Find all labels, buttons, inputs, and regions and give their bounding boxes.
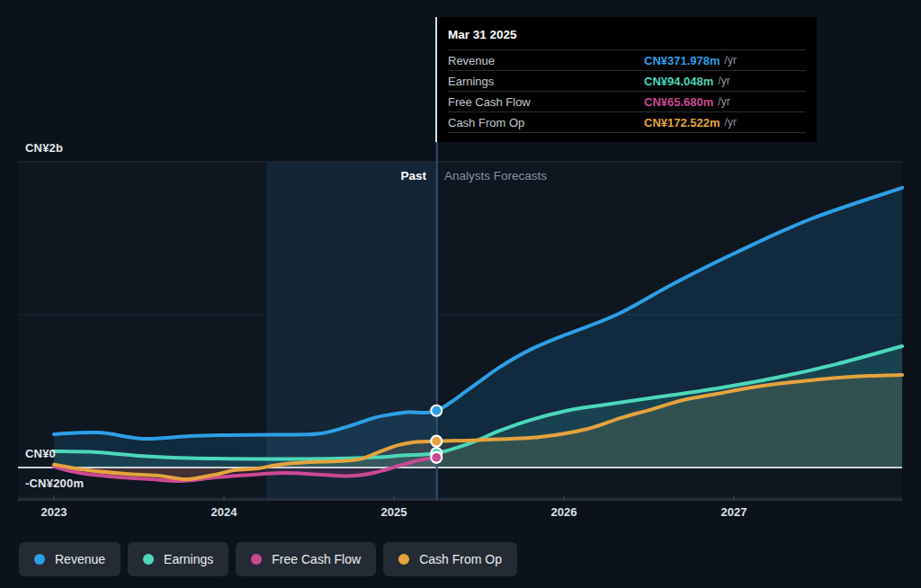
tooltip-unit: /yr [718, 95, 729, 108]
legend-label: Revenue [55, 552, 105, 566]
tooltip-unit: /yr [725, 54, 737, 67]
legend-item-free-cash-flow[interactable]: Free Cash Flow [236, 542, 376, 576]
tooltip-unit: /yr [718, 75, 729, 87]
legend-label: Cash From Op [419, 552, 502, 566]
legend: Revenue Earnings Free Cash Flow Cash Fro… [19, 542, 517, 576]
forecast-period-label: Analysts Forecasts [444, 169, 547, 183]
legend-label: Earnings [164, 552, 213, 566]
tooltip-unit: /yr [725, 116, 737, 129]
marker-cash_from_op[interactable] [431, 436, 442, 447]
tooltip-value: CN¥172.522m [644, 116, 720, 129]
legend-item-cash-from-op[interactable]: Cash From Op [383, 542, 517, 576]
x-axis-label-2024: 2024 [197, 505, 251, 519]
tooltip-value: CN¥65.680m [644, 95, 713, 109]
tooltip-value: CN¥94.048m [644, 75, 713, 88]
x-axis-label-2027: 2027 [707, 505, 761, 519]
revenue-dot-icon [34, 554, 45, 565]
tooltip-label: Cash From Op [448, 116, 644, 129]
tooltip: Mar 31 2025 Revenue CN¥371.978m /yr Earn… [435, 17, 817, 142]
legend-item-revenue[interactable]: Revenue [19, 542, 121, 576]
tooltip-row-free-cash-flow: Free Cash Flow CN¥65.680m /yr [448, 92, 806, 112]
free-cash-flow-dot-icon [251, 554, 262, 565]
y-axis-label-2b: CN¥2b [25, 141, 63, 155]
chart-panel: CN¥2b CN¥0 -CN¥200m 2023 2024 2025 2026 … [0, 0, 921, 588]
cash-from-op-dot-icon [398, 554, 409, 565]
tooltip-date: Mar 31 2025 [448, 22, 806, 50]
x-axis-label-2025: 2025 [367, 505, 421, 519]
tooltip-label: Earnings [448, 75, 644, 88]
x-axis-label-2023: 2023 [27, 505, 81, 519]
tooltip-row-revenue: Revenue CN¥371.978m /yr [448, 50, 806, 71]
marker-revenue[interactable] [431, 405, 442, 416]
tooltip-row-earnings: Earnings CN¥94.048m /yr [448, 71, 806, 92]
x-axis-label-2026: 2026 [537, 505, 591, 519]
tooltip-value: CN¥371.978m [644, 54, 720, 67]
legend-item-earnings[interactable]: Earnings [128, 542, 228, 576]
past-period-label: Past [400, 169, 426, 183]
legend-label: Free Cash Flow [272, 552, 361, 566]
tooltip-label: Revenue [448, 54, 644, 67]
y-axis-label-0: CN¥0 [25, 447, 56, 460]
earnings-dot-icon [143, 554, 154, 565]
tooltip-row-cash-from-op: Cash From Op CN¥172.522m /yr [448, 112, 806, 133]
y-axis-label-neg200m: -CN¥200m [25, 477, 84, 490]
tooltip-label: Free Cash Flow [448, 95, 644, 109]
marker-free_cash_flow[interactable] [431, 452, 442, 463]
